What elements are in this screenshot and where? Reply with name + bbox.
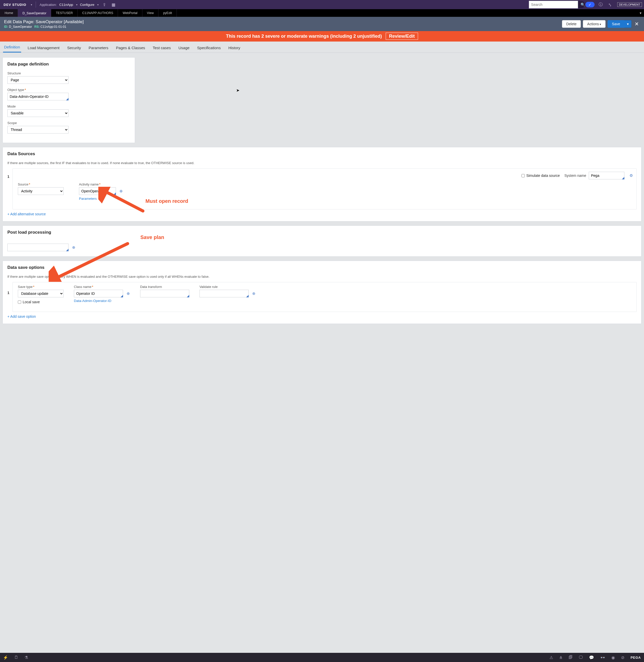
save-dropdown-icon[interactable]: ▾ bbox=[624, 20, 631, 28]
application-name[interactable]: C11nApp bbox=[59, 3, 73, 7]
tab-security[interactable]: Security bbox=[66, 43, 82, 52]
warning-text: This record has 2 severe or moderate war… bbox=[226, 33, 382, 39]
tab-load-management[interactable]: Load Management bbox=[27, 43, 61, 52]
tab-pyedit[interactable]: pyEdit bbox=[158, 9, 177, 17]
brand: DEV STUDIO bbox=[2, 3, 28, 7]
structure-label: Structure bbox=[7, 71, 130, 75]
rule-header: Edit Data Page: SaveOperator [Available]… bbox=[0, 17, 644, 31]
work-tabs: Home D_SaveOperator TESTUSER C11NAPP:AUT… bbox=[0, 9, 644, 17]
save-split-button: Save ▾ bbox=[607, 20, 631, 28]
mode-label: Mode bbox=[7, 105, 130, 108]
app-grid-icon[interactable]: ▦ bbox=[110, 2, 117, 7]
tab-history[interactable]: History bbox=[227, 43, 241, 52]
configure-menu[interactable]: Configure bbox=[80, 3, 94, 7]
annotation-save-plan: Save plan bbox=[140, 234, 164, 240]
application-label: Application: bbox=[40, 3, 56, 7]
search-toggle[interactable]: ✓ bbox=[585, 2, 595, 7]
system-name-label: System name bbox=[564, 174, 586, 178]
data-sources-hint: If there are multiple sources, the first… bbox=[7, 161, 637, 165]
data-sources-panel: Data Sources If there are multiple sourc… bbox=[3, 147, 641, 222]
data-transform-input[interactable] bbox=[140, 290, 189, 297]
tabs-overflow-icon[interactable]: ▾ bbox=[637, 9, 644, 17]
tab-usage[interactable]: Usage bbox=[177, 43, 190, 52]
save-type-select[interactable]: Database update bbox=[18, 290, 64, 297]
system-name-input[interactable] bbox=[589, 172, 624, 179]
search-input[interactable] bbox=[529, 1, 578, 8]
validate-rule-label: Validate rule bbox=[200, 285, 255, 289]
activity-name-input[interactable] bbox=[79, 187, 116, 195]
tab-webportal[interactable]: WebPortal bbox=[118, 9, 142, 17]
object-type-input[interactable] bbox=[7, 93, 69, 100]
environment-chip: DEVELOPMENT bbox=[617, 2, 642, 7]
tab-home[interactable]: Home bbox=[0, 9, 18, 17]
tab-specifications[interactable]: Specifications bbox=[196, 43, 222, 52]
global-search[interactable]: 🔍 bbox=[529, 1, 585, 8]
simulate-checkbox[interactable] bbox=[522, 174, 525, 177]
post-load-open-icon[interactable]: ⊕ bbox=[72, 245, 75, 249]
tab-pages-classes[interactable]: Pages & Classes bbox=[115, 43, 146, 52]
tab-test-cases[interactable]: Test cases bbox=[152, 43, 172, 52]
rule-meta: ID: D_SaveOperator RS: C11nApp:01-01-01 bbox=[4, 25, 84, 28]
source-row-1: 1 Simulate data source System name ⚙ bbox=[7, 168, 637, 209]
post-load-panel: Post load processing ⊕ Save plan bbox=[3, 226, 641, 257]
save-type-label: Save type bbox=[18, 285, 64, 289]
class-name-subtext[interactable]: Data-Admin-Operator-ID bbox=[74, 299, 130, 303]
info-icon[interactable]: ⓘ bbox=[597, 2, 604, 7]
system-settings-icon[interactable]: ⚙ bbox=[629, 173, 633, 178]
simulate-label: Simulate data source bbox=[526, 174, 560, 178]
save-button[interactable]: Save bbox=[607, 20, 624, 28]
scope-label: Scope bbox=[7, 121, 130, 125]
tab-authors[interactable]: C11NAPP:AUTHORS bbox=[78, 9, 118, 17]
delete-button[interactable]: Delete bbox=[562, 20, 581, 28]
data-transform-label: Data transform bbox=[140, 285, 189, 289]
add-alternative-source-link[interactable]: + Add alternative source bbox=[7, 212, 46, 216]
actions-button[interactable]: Actions bbox=[583, 20, 605, 28]
mode-select[interactable]: Savable bbox=[7, 109, 69, 117]
tab-testuser[interactable]: TESTUSER bbox=[51, 9, 78, 17]
id-value: D_SaveOperator bbox=[9, 25, 32, 28]
validate-rule-input[interactable] bbox=[200, 290, 249, 297]
local-save-label: Local save bbox=[23, 300, 40, 304]
data-page-definition-panel: Data page definition Structure Page Obje… bbox=[3, 57, 135, 143]
tab-parameters[interactable]: Parameters bbox=[88, 43, 110, 52]
brand-chevron-icon[interactable]: ▾ bbox=[31, 3, 32, 6]
rs-label: RS: bbox=[34, 25, 40, 28]
review-edit-button[interactable]: Review/Edit bbox=[386, 32, 418, 40]
warning-banner: This record has 2 severe or moderate war… bbox=[0, 31, 644, 42]
activity-open-icon[interactable]: ⊕ bbox=[119, 189, 123, 193]
save-options-hint: If there are multiple save options, ever… bbox=[7, 275, 637, 278]
id-label: ID: bbox=[4, 25, 8, 28]
add-save-option-link[interactable]: + Add save option bbox=[7, 315, 36, 319]
tab-d-saveoperator[interactable]: D_SaveOperator bbox=[18, 9, 51, 17]
class-open-icon[interactable]: ⊕ bbox=[127, 291, 130, 296]
tab-definition[interactable]: Definition bbox=[3, 42, 21, 52]
definition-heading: Data page definition bbox=[7, 62, 130, 67]
rule-form-tabs: Definition Load Management Security Para… bbox=[0, 42, 644, 53]
configure-chevron-icon[interactable]: ▾ bbox=[97, 3, 98, 6]
tab-view[interactable]: View bbox=[142, 9, 159, 17]
simulate-checkbox-row[interactable]: Simulate data source bbox=[522, 174, 560, 178]
launch-icon[interactable]: ⇪ bbox=[101, 2, 108, 7]
activity-name-label: Activity name bbox=[79, 182, 123, 186]
rule-title: Edit Data Page: SaveOperator [Available] bbox=[4, 19, 84, 24]
content-area: Data page definition Structure Page Obje… bbox=[0, 53, 644, 324]
rs-value: C11nApp:01-01-01 bbox=[41, 25, 66, 28]
structure-select[interactable]: Page bbox=[7, 76, 69, 84]
source-select[interactable]: Activity bbox=[18, 187, 64, 195]
post-load-heading: Post load processing bbox=[7, 230, 637, 235]
object-type-label: Object type bbox=[7, 88, 130, 92]
share-icon[interactable]: ⤣ bbox=[607, 2, 613, 7]
close-icon[interactable]: ✕ bbox=[634, 21, 640, 27]
save-row-1: 1 Save type Database update Local save C… bbox=[7, 282, 637, 312]
local-save-checkbox[interactable] bbox=[18, 300, 21, 304]
mouse-cursor-icon: ➤ bbox=[236, 88, 239, 93]
source-row-number: 1 bbox=[7, 168, 13, 179]
post-load-input[interactable] bbox=[7, 244, 69, 251]
class-name-input[interactable] bbox=[74, 290, 123, 297]
parameters-link[interactable]: Parameters bbox=[79, 197, 97, 201]
validate-open-icon[interactable]: ⊕ bbox=[252, 291, 255, 296]
scope-select[interactable]: Thread bbox=[7, 126, 69, 134]
app-chevron-icon[interactable]: ▾ bbox=[76, 3, 77, 6]
save-options-heading: Data save options bbox=[7, 265, 637, 270]
save-row-number: 1 bbox=[7, 282, 13, 295]
